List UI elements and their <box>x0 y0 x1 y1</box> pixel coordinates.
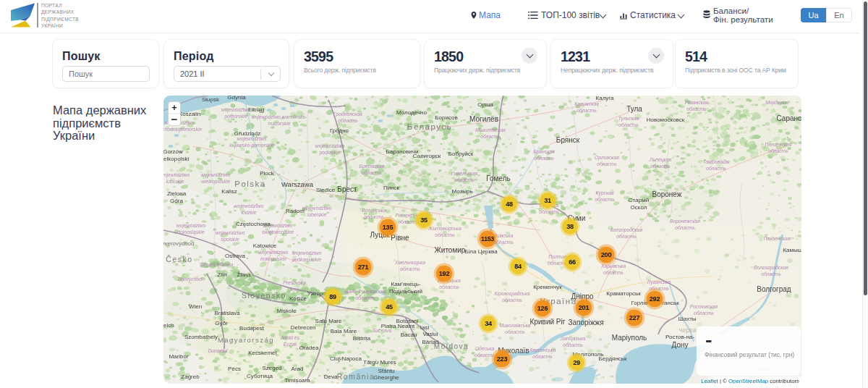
svg-text:Střední Morava: Střední Morava <box>200 262 234 267</box>
svg-text:223: 223 <box>497 355 508 363</box>
svg-text:Koszalin: Koszalin <box>179 111 200 117</box>
svg-text:область: область <box>618 122 639 127</box>
svg-text:область: область <box>534 156 554 161</box>
svg-text:89: 89 <box>329 293 336 300</box>
svg-text:66: 66 <box>569 258 576 266</box>
svg-text:zachodniopomorskie: zachodniopomorskie <box>163 127 202 132</box>
svg-text:Тула: Тула <box>626 105 642 113</box>
svg-text:область: область <box>603 270 624 275</box>
svg-text:область: область <box>338 118 358 123</box>
svg-text:Гомель: Гомель <box>486 174 510 182</box>
svg-text:область: область <box>563 342 583 347</box>
svg-text:Bistrița: Bistrița <box>353 335 371 342</box>
svg-text:область: область <box>694 311 714 316</box>
svg-text:Кам’янець-: Кам’янець- <box>391 281 421 287</box>
svg-text:область: область <box>400 266 420 271</box>
svg-text:Ostrava: Ostrava <box>225 253 246 259</box>
svg-text:Wien: Wien <box>189 303 202 310</box>
svg-text:Zagreb: Zagreb <box>181 374 200 380</box>
svg-text:małopolskie: małopolskie <box>260 256 286 262</box>
svg-text:+: + <box>171 102 177 113</box>
svg-text:Бобруйск: Бобруйск <box>448 151 474 157</box>
svg-text:область: область <box>686 106 707 111</box>
svg-text:Могилёв: Могилёв <box>469 115 498 123</box>
svg-text:Târgu Mureș: Târgu Mureș <box>363 359 396 366</box>
svg-text:область: область <box>650 164 671 169</box>
svg-text:Sfântu: Sfântu <box>378 368 394 374</box>
svg-text:Кривий Ріг: Кривий Ріг <box>530 318 566 326</box>
svg-text:Žilina: Žilina <box>237 271 251 278</box>
svg-text:Kalisz: Kalisz <box>221 188 237 195</box>
svg-text:Polska: Polska <box>234 180 266 188</box>
svg-text:Debrecen: Debrecen <box>291 324 316 331</box>
svg-text:область: область <box>439 284 459 290</box>
svg-text:województwo: województwo <box>234 203 264 209</box>
svg-text:Ростовская: Ростовская <box>690 304 718 309</box>
svg-text:Липецкая: Липецкая <box>649 157 672 163</box>
svg-text:Брестская: Брестская <box>359 164 385 169</box>
svg-text:Budapest: Budapest <box>239 325 265 332</box>
svg-text:Пензенская: Пензенская <box>765 142 791 147</box>
svg-text:Arad: Arad <box>292 366 304 372</box>
svg-text:Новомосковск: Новомосковск <box>647 117 685 123</box>
svg-text:Szeged: Szeged <box>262 365 281 371</box>
svg-text:Орша: Орша <box>477 101 493 108</box>
svg-text:Pécs: Pécs <box>228 366 241 372</box>
svg-text:Брест: Брест <box>337 185 357 193</box>
svg-text:Волинська: Волинська <box>362 208 386 213</box>
svg-text:область: область <box>505 329 525 334</box>
svg-text:Запорізька: Запорізька <box>561 336 586 342</box>
svg-text:Timișoara: Timișoara <box>285 377 310 384</box>
svg-text:Severovýchod: Severovýchod <box>163 240 194 247</box>
svg-text:Брянская: Брянская <box>533 149 555 155</box>
svg-text:Мозырь: Мозырь <box>451 188 472 195</box>
svg-text:Тамбовская: Тамбовская <box>702 159 730 164</box>
svg-text:227: 227 <box>629 314 640 321</box>
svg-text:Гродненская: Гродненская <box>333 111 362 117</box>
svg-text:область: область <box>597 161 617 166</box>
svg-text:Zielona: Zielona <box>167 190 187 197</box>
svg-text:126: 126 <box>537 305 548 312</box>
svg-text:kraj: kraj <box>291 287 299 292</box>
svg-text:Siedlce: Siedlce <box>316 187 336 193</box>
svg-text:Воронеж: Воронеж <box>652 190 681 198</box>
svg-text:область: область <box>706 166 726 171</box>
svg-text:reich: reich <box>163 322 174 329</box>
svg-text:lubelskie: lubelskie <box>307 212 327 217</box>
svg-text:Тульская: Тульская <box>618 116 639 122</box>
svg-text:Краматорськ: Краматорськ <box>606 290 641 297</box>
svg-text:Warszawa: Warszawa <box>281 180 314 188</box>
svg-text:область: область <box>761 271 781 277</box>
svg-text:świętokrzyskie: świętokrzyskie <box>262 229 294 235</box>
svg-text:województwo: województwo <box>221 107 251 113</box>
svg-text:Саранск: Саранск <box>777 114 801 122</box>
svg-text:Deva: Deva <box>324 374 338 380</box>
svg-text:Одеська: Одеська <box>475 346 495 351</box>
svg-text:Cluj-Napoca: Cluj-Napoca <box>330 355 362 362</box>
svg-text:Молодечно: Молодечно <box>396 109 427 116</box>
svg-text:200: 200 <box>601 251 612 258</box>
svg-text:Alföld és: Alföld és <box>280 335 300 340</box>
svg-text:pomorskie: pomorskie <box>224 114 247 119</box>
svg-text:Калужская: Калужская <box>574 101 599 107</box>
svg-text:dolnośląskie: dolnośląskie <box>177 229 205 235</box>
svg-text:Пинск: Пинск <box>383 185 400 191</box>
svg-text:Észak: Észak <box>284 341 297 347</box>
svg-text:Оскол: Оскол <box>631 204 647 211</box>
svg-text:Gorzów: Gorzów <box>163 148 183 155</box>
svg-text:201: 201 <box>579 304 590 311</box>
svg-text:−: − <box>171 113 178 125</box>
svg-text:Подільський: Подільський <box>389 288 422 295</box>
svg-text:192: 192 <box>439 270 450 277</box>
svg-text:wielkopolskie: wielkopolskie <box>201 179 230 185</box>
svg-text:35: 35 <box>420 216 427 224</box>
svg-text:województwo: województwo <box>201 172 231 178</box>
svg-text:Iași: Iași <box>420 324 430 331</box>
svg-text:область: область <box>675 225 695 230</box>
svg-text:Івано-Франківська: Івано-Франківська <box>344 289 386 295</box>
svg-text:Волгоградская: Волгоградская <box>754 265 788 271</box>
svg-text:Gheorghe: Gheorghe <box>373 374 399 381</box>
svg-text:Маріуполь: Маріуполь <box>612 334 647 342</box>
svg-text:Житомирська: Житомирська <box>427 226 461 232</box>
svg-text:область: область <box>355 295 375 300</box>
